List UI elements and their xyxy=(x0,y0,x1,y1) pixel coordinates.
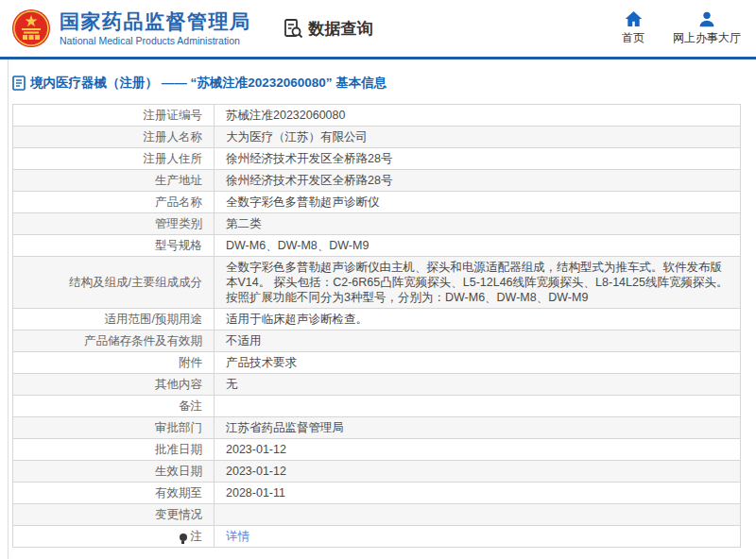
user-icon xyxy=(698,10,715,27)
row-value: 江苏省药品监督管理局 xyxy=(215,417,741,439)
row-label: 注 xyxy=(13,526,215,548)
breadcrumb: 境内医疗器械（注册） —— “苏械注准20232060080” 基本信息 xyxy=(12,75,750,92)
table-row: 备注 xyxy=(13,396,741,417)
table-row: 生产地址徐州经济技术开发区全桥路28号 xyxy=(13,170,741,192)
row-value: 详情 xyxy=(215,526,741,548)
row-value: 2023-01-12 xyxy=(215,439,741,461)
table-row: 注册人住所徐州经济技术开发区全桥路28号 xyxy=(13,148,741,170)
row-value: 适用于临床超声诊断检查。 xyxy=(215,309,741,330)
nav-service-hall[interactable]: 网上办事大厅 xyxy=(673,10,741,46)
row-label: 有效期至 xyxy=(13,483,215,504)
row-label: 附件 xyxy=(13,352,215,374)
bulb-icon xyxy=(180,534,187,541)
row-label: 批准日期 xyxy=(13,439,215,461)
row-label: 注册人住所 xyxy=(13,148,215,170)
info-table-body: 注册证编号苏械注准20232060080注册人名称大为医疗（江苏）有限公司注册人… xyxy=(13,105,741,548)
detail-link[interactable]: 详情 xyxy=(226,530,249,543)
row-label: 生效日期 xyxy=(13,461,215,483)
nmpa-logo[interactable]: 国家药品监督管理局 National Medical Products Admi… xyxy=(11,8,251,48)
org-name-cn: 国家药品监督管理局 xyxy=(60,10,251,33)
row-value: 苏械注准20232060080 xyxy=(215,105,741,127)
table-row: 管理类别第二类 xyxy=(13,213,741,235)
site-header: 国家药品监督管理局 National Medical Products Admi… xyxy=(0,0,756,59)
table-row: 型号规格DW-M6、DW-M8、DW-M9 xyxy=(13,235,741,257)
row-label: 产品储存条件及有效期 xyxy=(13,330,215,352)
row-value: 不适用 xyxy=(215,330,741,352)
row-label: 适用范围/预期用途 xyxy=(13,309,215,330)
page-title: 境内医疗器械（注册） —— “苏械注准20232060080” 基本信息 xyxy=(30,75,387,92)
table-row: 注册证编号苏械注准20232060080 xyxy=(13,105,741,127)
data-query-label: 数据查询 xyxy=(309,18,373,40)
row-label: 产品名称 xyxy=(13,192,215,213)
row-label: 型号规格 xyxy=(13,235,215,257)
data-query-section[interactable]: 数据查询 xyxy=(282,17,373,40)
row-label: 其他内容 xyxy=(13,374,215,396)
org-name-en: National Medical Products Administration xyxy=(60,35,251,46)
row-label: 生产地址 xyxy=(13,170,215,192)
row-value: 第二类 xyxy=(215,213,741,235)
row-value: DW-M6、DW-M8、DW-M9 xyxy=(215,235,741,257)
row-value: 徐州经济技术开发区全桥路28号 xyxy=(215,148,741,170)
row-label: 注册人名称 xyxy=(13,127,215,148)
row-value: 2028-01-11 xyxy=(215,483,741,504)
row-value: 全数字彩色多普勒超声诊断仪由主机、探头和电源适配器组成，结构型式为推车式。软件发… xyxy=(215,257,741,309)
row-label: 备注 xyxy=(13,396,215,417)
row-value: 全数字彩色多普勒超声诊断仪 xyxy=(215,192,741,213)
table-row: 注详情 xyxy=(13,526,741,548)
home-icon xyxy=(625,10,643,27)
table-row: 适用范围/预期用途适用于临床超声诊断检查。 xyxy=(13,309,741,330)
content-area: 境内医疗器械（注册） —— “苏械注准20232060080” 基本信息 注册证… xyxy=(8,59,750,559)
row-value xyxy=(215,396,741,417)
table-row: 产品名称全数字彩色多普勒超声诊断仪 xyxy=(13,192,741,213)
document-icon xyxy=(12,76,26,91)
row-label: 管理类别 xyxy=(13,213,215,235)
top-nav: 首页 网上办事大厅 xyxy=(622,10,741,46)
row-value xyxy=(215,504,741,526)
row-label: 注册证编号 xyxy=(13,105,215,127)
table-row: 结构及组成/主要组成成分全数字彩色多普勒超声诊断仪由主机、探头和电源适配器组成，… xyxy=(13,257,741,309)
nav-service-hall-label: 网上办事大厅 xyxy=(673,30,741,46)
row-label: 结构及组成/主要组成成分 xyxy=(13,257,215,309)
row-value: 无 xyxy=(215,374,741,396)
table-row: 附件产品技术要求 xyxy=(13,352,741,374)
table-row: 变更情况 xyxy=(13,504,741,526)
nav-home-label: 首页 xyxy=(622,30,644,46)
org-title: 国家药品监督管理局 National Medical Products Admi… xyxy=(60,10,251,46)
row-label: 审批部门 xyxy=(13,417,215,439)
table-row: 审批部门江苏省药品监督管理局 xyxy=(13,417,741,439)
national-emblem-icon xyxy=(11,8,51,48)
row-value: 徐州经济技术开发区全桥路28号 xyxy=(215,170,741,192)
table-row: 生效日期2023-01-12 xyxy=(13,461,741,483)
doc-search-icon xyxy=(282,17,304,40)
row-value: 2023-01-12 xyxy=(215,461,741,483)
row-value: 产品技术要求 xyxy=(215,352,741,374)
table-row: 有效期至2028-01-11 xyxy=(13,483,741,504)
table-row: 注册人名称大为医疗（江苏）有限公司 xyxy=(13,127,741,148)
nav-home[interactable]: 首页 xyxy=(622,10,644,46)
table-row: 产品储存条件及有效期不适用 xyxy=(13,330,741,352)
row-value: 大为医疗（江苏）有限公司 xyxy=(215,127,741,148)
table-row: 其他内容无 xyxy=(13,374,741,396)
registration-info-table: 注册证编号苏械注准20232060080注册人名称大为医疗（江苏）有限公司注册人… xyxy=(12,104,741,548)
row-label: 变更情况 xyxy=(13,504,215,526)
table-row: 批准日期2023-01-12 xyxy=(13,439,741,461)
